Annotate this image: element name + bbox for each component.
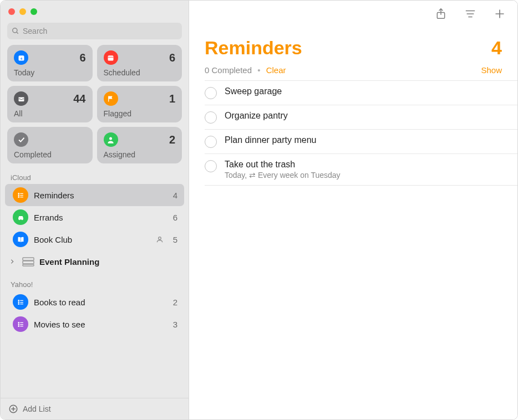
reminder-title: Plan dinner party menu	[225, 135, 502, 145]
list-settings-icon	[464, 8, 476, 19]
smart-list-count: 1	[169, 93, 175, 105]
flag-icon	[104, 91, 118, 106]
smart-list-count: 2	[169, 134, 175, 146]
list-label: Book Club	[34, 235, 150, 244]
smart-list-label: Scheduled	[104, 68, 176, 77]
share-icon	[435, 8, 446, 20]
share-button[interactable]	[433, 6, 449, 22]
svg-point-26	[18, 322, 19, 323]
svg-point-0	[13, 28, 17, 33]
smart-list-today[interactable]: 4 6 Today	[7, 45, 93, 81]
folder-event[interactable]: Event Planning	[5, 250, 184, 273]
list-reminders[interactable]: Reminders 4	[5, 184, 184, 206]
list-label: Errands	[34, 213, 167, 222]
car-icon	[13, 209, 28, 225]
complete-toggle[interactable]	[205, 87, 217, 99]
window-controls	[1, 1, 189, 18]
main-pane: Reminders 4 0 Completed • Clear Show Swe…	[189, 1, 517, 419]
book-icon	[13, 232, 28, 247]
maximize-window-button[interactable]	[31, 8, 37, 15]
search-input[interactable]	[23, 27, 177, 35]
svg-point-16	[158, 237, 161, 240]
show-completed-button[interactable]: Show	[481, 65, 502, 75]
app-window: 4 6 Today 6 Scheduled 44 All 1 Flagged C…	[0, 0, 518, 420]
list-count: 4	[491, 37, 502, 59]
minimize-window-button[interactable]	[19, 8, 26, 15]
calendar-icon	[104, 50, 118, 65]
completed-count-text: 0 Completed	[205, 65, 252, 75]
smart-list-count: 6	[79, 52, 85, 64]
reminder-item[interactable]: Plan dinner party menu	[205, 130, 517, 154]
search-icon	[12, 27, 19, 35]
list-bookclub[interactable]: Book Club 5	[5, 228, 184, 250]
svg-point-14	[22, 219, 23, 220]
svg-rect-19	[23, 264, 34, 266]
folder-label: Event Planning	[39, 257, 99, 267]
section-header: Yahoo!	[1, 273, 189, 291]
list-label: Books to read	[34, 298, 167, 307]
close-window-button[interactable]	[8, 8, 15, 15]
view-options-button[interactable]	[462, 6, 479, 22]
clear-completed-button[interactable]: Clear	[266, 65, 286, 75]
tray-icon	[14, 91, 28, 106]
smart-list-label: All	[14, 109, 86, 118]
calendar-day-icon: 4	[14, 50, 28, 65]
plus-icon	[494, 8, 505, 19]
smart-list-label: Today	[14, 68, 86, 77]
list-movies[interactable]: Movies to see 3	[5, 313, 184, 335]
list-count: 2	[173, 298, 177, 307]
list-count: 4	[173, 191, 177, 200]
svg-rect-4	[108, 55, 114, 60]
reminder-title: Sweep garage	[225, 86, 502, 96]
person-icon	[104, 132, 118, 147]
list-label: Reminders	[34, 191, 167, 200]
add-list-label: Add List	[23, 404, 51, 413]
smart-list-scheduled[interactable]: 6 Scheduled	[97, 45, 182, 81]
smart-list-label: Flagged	[104, 109, 176, 118]
list-books[interactable]: Books to read 2	[5, 291, 184, 313]
smart-list-assigned[interactable]: 2 Assigned	[97, 127, 182, 163]
add-reminder-button[interactable]	[492, 6, 507, 22]
smart-list-count: 44	[73, 93, 85, 105]
smart-list-completed[interactable]: Completed	[7, 127, 93, 163]
smart-list-all[interactable]: 44 All	[7, 86, 93, 122]
list-count: 5	[173, 235, 177, 244]
complete-toggle[interactable]	[205, 136, 217, 148]
list-errands[interactable]: Errands 6	[5, 206, 184, 228]
add-list-button[interactable]: Add List	[1, 398, 189, 419]
list-count: 3	[173, 320, 177, 329]
complete-toggle[interactable]	[205, 111, 217, 124]
svg-point-11	[18, 196, 19, 197]
completed-summary: 0 Completed • Clear	[205, 65, 286, 75]
reminder-title: Organize pantry	[225, 111, 502, 121]
chevron-right-icon[interactable]	[7, 259, 17, 264]
svg-rect-18	[23, 261, 34, 264]
reminder-item[interactable]: Sweep garage	[205, 80, 517, 105]
folder-icon	[21, 255, 36, 268]
svg-point-6	[109, 137, 112, 140]
svg-point-7	[18, 193, 19, 194]
svg-line-1	[17, 32, 18, 34]
list-icon	[13, 187, 28, 203]
list-label: Movies to see	[34, 320, 167, 329]
smart-list-label: Completed	[14, 150, 86, 159]
smart-list-count: 6	[169, 52, 175, 64]
smart-list-label: Assigned	[104, 150, 176, 159]
svg-point-13	[19, 219, 20, 220]
reminder-subtitle: Today, ⇄ Every week on Tuesday	[225, 171, 502, 180]
list-icon	[13, 316, 28, 332]
list-count: 6	[173, 213, 177, 222]
sidebar: 4 6 Today 6 Scheduled 44 All 1 Flagged C…	[1, 1, 189, 419]
plus-circle-icon	[8, 404, 18, 414]
reminder-item[interactable]: Take out the trash Today, ⇄ Every week o…	[205, 154, 517, 186]
search-field[interactable]	[7, 23, 182, 39]
check-icon	[14, 132, 28, 147]
smart-list-flagged[interactable]: 1 Flagged	[97, 86, 182, 122]
reminder-title: Take out the trash	[225, 160, 502, 170]
svg-point-20	[18, 300, 19, 301]
complete-toggle[interactable]	[205, 160, 217, 172]
svg-point-28	[18, 324, 19, 325]
list-title: Reminders	[205, 37, 302, 59]
reminder-item[interactable]: Organize pantry	[205, 105, 517, 130]
svg-point-9	[18, 194, 19, 196]
